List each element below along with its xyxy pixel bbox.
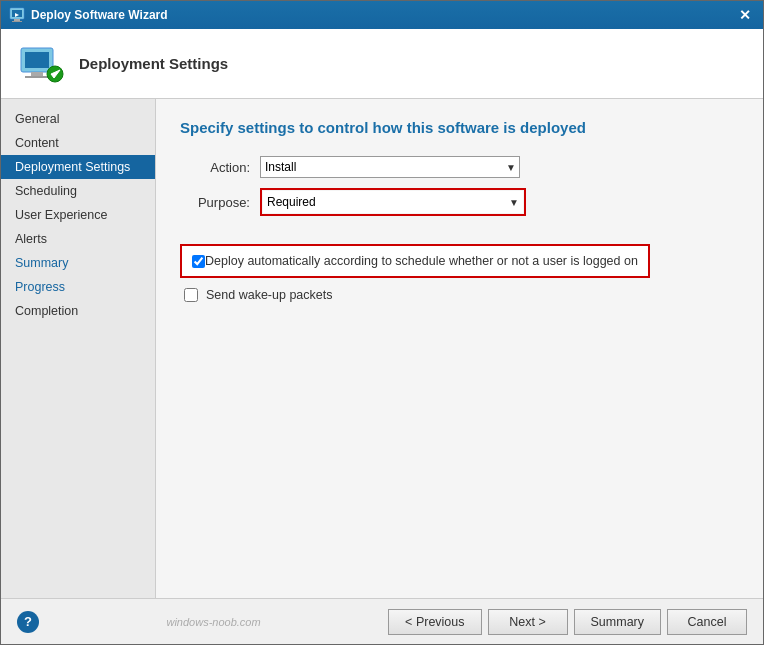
auto-deploy-checkbox[interactable]: [192, 255, 205, 268]
sidebar-item-user-experience[interactable]: User Experience: [1, 203, 155, 227]
page-title: Specify settings to control how this sof…: [180, 119, 739, 136]
wake-up-checkbox-row: Send wake-up packets: [180, 288, 739, 302]
previous-button[interactable]: < Previous: [388, 609, 481, 635]
deployment-icon: [17, 40, 65, 88]
purpose-label: Purpose:: [180, 195, 260, 210]
svg-rect-8: [25, 76, 49, 78]
title-bar-left: Deploy Software Wizard: [9, 7, 168, 23]
action-label: Action:: [180, 160, 260, 175]
action-select[interactable]: Install Uninstall: [260, 156, 520, 178]
sidebar: General Content Deployment Settings Sche…: [1, 99, 156, 598]
footer-left: ?: [17, 611, 39, 633]
purpose-select-highlighted: Required Available: [260, 188, 526, 216]
auto-deploy-label: Deploy automatically according to schedu…: [205, 254, 638, 268]
wizard-window: Deploy Software Wizard ✕ Deployment Sett…: [0, 0, 764, 645]
purpose-select-wrapper: Required Available: [263, 191, 523, 213]
purpose-row: Purpose: Required Available: [180, 188, 739, 216]
sidebar-item-progress[interactable]: Progress: [1, 275, 155, 299]
svg-rect-3: [12, 21, 22, 22]
title-text: Deploy Software Wizard: [31, 8, 168, 22]
svg-rect-6: [25, 52, 49, 68]
watermark: windows-noob.com: [166, 614, 260, 630]
wake-up-checkbox[interactable]: [184, 288, 198, 302]
footer-buttons: < Previous Next > Summary Cancel: [388, 609, 747, 635]
next-button[interactable]: Next >: [488, 609, 568, 635]
sidebar-item-scheduling[interactable]: Scheduling: [1, 179, 155, 203]
sidebar-item-alerts[interactable]: Alerts: [1, 227, 155, 251]
sidebar-item-completion[interactable]: Completion: [1, 299, 155, 323]
action-row: Action: Install Uninstall: [180, 156, 739, 178]
title-bar: Deploy Software Wizard ✕: [1, 1, 763, 29]
help-button[interactable]: ?: [17, 611, 39, 633]
header-bar: Deployment Settings: [1, 29, 763, 99]
summary-button[interactable]: Summary: [574, 609, 661, 635]
purpose-select[interactable]: Required Available: [263, 191, 523, 213]
wizard-icon: [9, 7, 25, 23]
close-button[interactable]: ✕: [735, 7, 755, 23]
sidebar-item-summary[interactable]: Summary: [1, 251, 155, 275]
header-title: Deployment Settings: [79, 55, 228, 72]
main-content: Specify settings to control how this sof…: [156, 99, 763, 598]
sidebar-item-content[interactable]: Content: [1, 131, 155, 155]
sidebar-item-deployment-settings[interactable]: Deployment Settings: [1, 155, 155, 179]
cancel-button[interactable]: Cancel: [667, 609, 747, 635]
content-area: General Content Deployment Settings Sche…: [1, 99, 763, 598]
svg-rect-2: [14, 19, 20, 21]
footer: ? windows-noob.com < Previous Next > Sum…: [1, 598, 763, 644]
auto-deploy-checkbox-section: Deploy automatically according to schedu…: [180, 244, 650, 278]
action-select-wrapper: Install Uninstall: [260, 156, 520, 178]
sidebar-item-general[interactable]: General: [1, 107, 155, 131]
wake-up-label: Send wake-up packets: [206, 288, 332, 302]
svg-rect-7: [31, 72, 43, 76]
